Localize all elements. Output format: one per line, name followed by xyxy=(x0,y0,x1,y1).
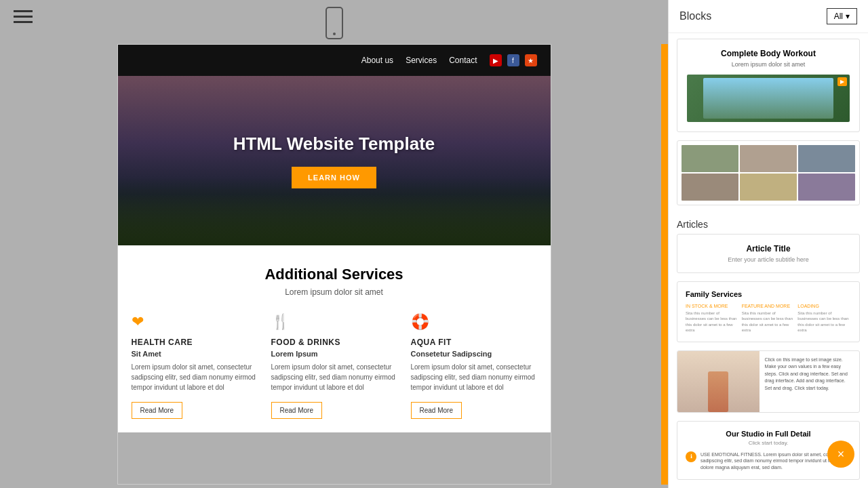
family-col-2-header: FEATURE AND MORE xyxy=(742,304,795,308)
editor-area: About us Services Contact ▶ f ★ HTML Web… xyxy=(0,0,668,488)
block-card-family-services[interactable]: Family Services IN STOCK & MORE Sita thi… xyxy=(677,281,860,342)
nav-bar: About us Services Contact ▶ f ★ xyxy=(118,45,551,76)
food-desc: Lorem ipsum dolor sit amet, consectetur … xyxy=(271,362,397,392)
hamburger-menu[interactable] xyxy=(14,10,33,23)
aquafit-sub: Consetetur Sadipscing xyxy=(411,350,537,358)
phone-icon xyxy=(326,7,343,39)
dropdown-chevron-icon: ▾ xyxy=(846,12,850,21)
healthcare-read-more[interactable]: Read More xyxy=(132,402,182,419)
nav-link-contact[interactable]: Contact xyxy=(449,56,477,65)
yoga-text: Click on this image to set image size. M… xyxy=(760,351,859,412)
gallery-thumb-2 xyxy=(740,145,797,172)
family-card-content: Family Services IN STOCK & MORE Sita thi… xyxy=(677,282,859,342)
all-dropdown-button[interactable]: All ▾ xyxy=(827,8,857,24)
block-card-article[interactable]: Article Title Enter your article subtitl… xyxy=(677,234,860,273)
family-col-3: LOADING Sita this number of businesses c… xyxy=(797,304,851,333)
service-card-aquafit: 🛟 AQUA FIT Consetetur Sadipscing Lorem i… xyxy=(411,313,537,419)
studio-circle-icon: ℹ xyxy=(686,451,696,462)
article-card-subtitle: Enter your article subtitle here xyxy=(687,256,850,263)
all-dropdown-label: All xyxy=(834,12,843,21)
services-section: Additional Services Lorem ipsum dolor si… xyxy=(118,245,551,432)
studio-card-title: Our Studio in Full Detail xyxy=(686,430,851,438)
family-col-1-header: IN STOCK & MORE xyxy=(686,304,739,308)
family-col-3-text: Sita this number of businesses can be le… xyxy=(797,310,851,333)
workout-card-title: Complete Body Workout xyxy=(687,49,850,58)
website-preview: About us Services Contact ▶ f ★ HTML Web… xyxy=(117,44,551,485)
learn-how-button[interactable]: LEARN HOW xyxy=(292,167,376,188)
services-title: Additional Services xyxy=(132,266,537,283)
aquafit-read-more[interactable]: Read More xyxy=(411,402,462,419)
gallery-thumb-4 xyxy=(682,174,738,201)
workout-image-inner xyxy=(703,78,833,119)
family-col-1: IN STOCK & MORE Sita this number of busi… xyxy=(686,304,739,333)
gallery-thumb-3 xyxy=(798,145,855,172)
block-card-yoga[interactable]: Click on this image to set image size. M… xyxy=(677,350,860,413)
articles-section-label: Articles xyxy=(677,214,860,234)
aquafit-icon: 🛟 xyxy=(411,313,537,331)
youtube-icon[interactable]: ▶ xyxy=(490,54,502,66)
blocks-list: Complete Body Workout Lorem ipsum dolor … xyxy=(669,33,868,488)
service-card-healthcare: ❤ HEALTH CARE Sit Amet Lorem ipsum dolor… xyxy=(132,313,258,419)
services-grid: ❤ HEALTH CARE Sit Amet Lorem ipsum dolor… xyxy=(132,313,537,419)
article-card-title: Article Title xyxy=(687,244,850,253)
food-read-more[interactable]: Read More xyxy=(271,402,322,419)
yoga-card-content: Click on this image to set image size. M… xyxy=(677,351,859,412)
family-card-grid: IN STOCK & MORE Sita this number of busi… xyxy=(686,304,851,333)
gallery-thumb-5 xyxy=(740,174,797,201)
service-card-food: 🍴 FOOD & DRINKS Lorem Ipsum Lorem ipsum … xyxy=(271,313,397,419)
yoga-image xyxy=(677,351,760,412)
blocks-panel-title: Blocks xyxy=(679,10,711,22)
gallery-grid xyxy=(677,141,859,205)
blocks-header: Blocks All ▾ xyxy=(669,0,868,33)
family-card-title: Family Services xyxy=(686,290,851,298)
close-button[interactable]: × xyxy=(827,441,854,468)
family-col-3-header: LOADING xyxy=(797,304,851,308)
studio-card-subtitle: Click start today. xyxy=(686,440,851,446)
food-icon: 🍴 xyxy=(271,313,397,331)
play-badge: ▶ xyxy=(837,77,847,86)
hero-title: HTML Website Template xyxy=(233,134,435,155)
family-col-2: FEATURE AND MORE Sita this number of bus… xyxy=(742,304,795,333)
food-title: FOOD & DRINKS xyxy=(271,338,397,347)
healthcare-icon: ❤ xyxy=(132,313,258,331)
studio-card-body: ℹ USE EMOTIONAL FITNESS. Lorem ipsum dol… xyxy=(686,451,851,471)
family-col-1-text: Sita this number of businesses can be le… xyxy=(686,310,739,333)
resize-handle[interactable] xyxy=(661,44,668,485)
block-card-gallery[interactable] xyxy=(677,140,860,205)
blocks-panel: Blocks All ▾ Complete Body Workout Lorem… xyxy=(668,0,868,488)
social-other-icon[interactable]: ★ xyxy=(525,54,537,66)
article-card-content: Article Title Enter your article subtitl… xyxy=(677,235,859,272)
workout-card-subtitle: Lorem ipsum dolor sit amet xyxy=(687,61,850,68)
gallery-thumb-1 xyxy=(682,145,738,172)
services-subtitle: Lorem ipsum dolor sit amet xyxy=(132,287,537,297)
aquafit-desc: Lorem ipsum dolor sit amet, consectetur … xyxy=(411,362,537,392)
facebook-icon[interactable]: f xyxy=(507,54,519,66)
workout-card-image: ▶ xyxy=(687,75,850,122)
food-sub: Lorem Ipsum xyxy=(271,350,397,358)
nav-link-services[interactable]: Services xyxy=(406,56,437,65)
aquafit-title: AQUA FIT xyxy=(411,338,537,347)
gallery-thumb-6 xyxy=(798,174,855,201)
social-links: ▶ f ★ xyxy=(490,54,537,66)
family-col-2-text: Sita this number of businesses can be le… xyxy=(742,310,795,333)
healthcare-title: HEALTH CARE xyxy=(132,338,258,347)
healthcare-desc: Lorem ipsum dolor sit amet, consectetur … xyxy=(132,362,258,392)
block-card-workout[interactable]: Complete Body Workout Lorem ipsum dolor … xyxy=(677,39,860,132)
mobile-preview-button[interactable] xyxy=(326,7,343,39)
yoga-person-figure xyxy=(708,371,728,412)
hero-section: HTML Website Template LEARN HOW xyxy=(118,76,551,245)
nav-link-about[interactable]: About us xyxy=(361,56,393,65)
healthcare-sub: Sit Amet xyxy=(132,350,258,358)
